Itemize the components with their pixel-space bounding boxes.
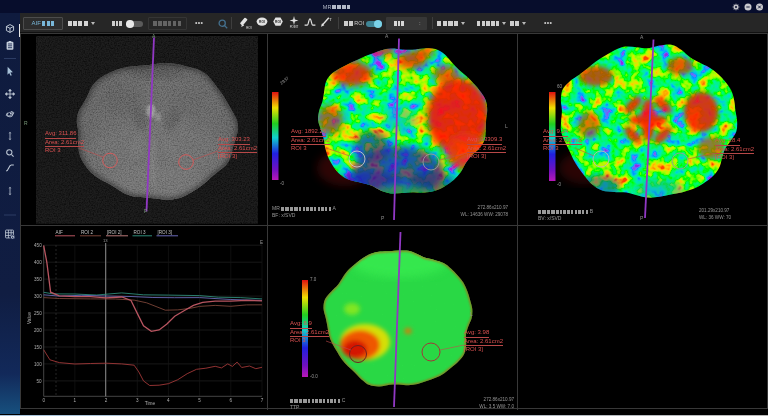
svg-text:POINT: POINT <box>290 25 299 29</box>
svg-text:ROI: ROI <box>275 20 281 24</box>
svg-text:ROI: ROI <box>246 26 252 30</box>
svg-text:T: T <box>329 17 332 22</box>
svg-text:ROI: ROI <box>259 20 265 24</box>
